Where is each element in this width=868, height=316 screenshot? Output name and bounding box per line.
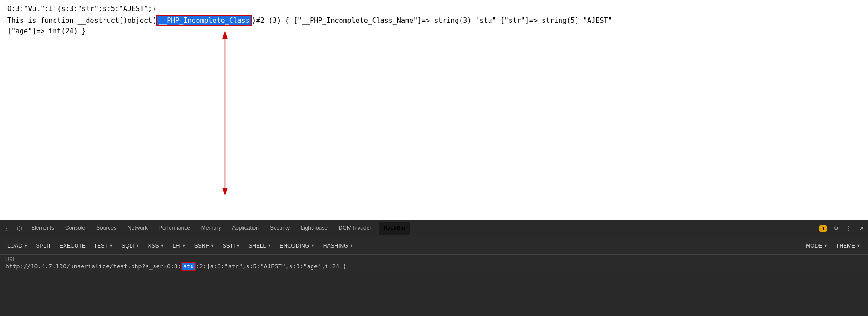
xss-caret: ▼ bbox=[160, 244, 165, 248]
sqli-button[interactable]: SQLI ▼ bbox=[118, 241, 143, 251]
svg-marker-1 bbox=[222, 188, 228, 197]
tab-security[interactable]: Security bbox=[264, 220, 295, 237]
ssrf-button[interactable]: SSRF ▼ bbox=[191, 241, 218, 251]
encoding-caret: ▼ bbox=[311, 244, 315, 248]
line2-suffix: )#2 (3) { ["__PHP_Incomplete_Class_Name"… bbox=[252, 17, 612, 25]
theme-button[interactable]: THEME ▼ bbox=[832, 241, 864, 251]
url-text[interactable]: http://10.4.7.130/unserialize/test.php?s… bbox=[5, 263, 863, 270]
close-icon[interactable]: ✕ bbox=[855, 225, 868, 232]
split-button[interactable]: SPLIT bbox=[33, 241, 55, 251]
xss-button[interactable]: XSS ▼ bbox=[144, 241, 168, 251]
incomplete-class-highlight: __PHP_Incomplete_Class bbox=[156, 15, 252, 26]
ssti-caret: ▼ bbox=[236, 244, 240, 248]
shell-caret: ▼ bbox=[267, 244, 271, 248]
notification-badge: 1 bbox=[819, 225, 827, 232]
url-prefix: http://10.4.7.130/unserialize/test.php?s… bbox=[5, 263, 181, 270]
hackbar-toolbar: LOAD ▼ SPLIT EXECUTE TEST ▼ SQLI ▼ XSS ▼… bbox=[0, 237, 868, 255]
line1-text: O:3:"Vul":1:{s:3:"str";s:5:"AJEST";} bbox=[7, 5, 861, 13]
devtools-panel: ⊡ ⬡ Elements Console Sources Network Per… bbox=[0, 220, 868, 316]
execute-button[interactable]: EXECUTE bbox=[56, 241, 89, 251]
theme-caret: ▼ bbox=[857, 244, 861, 248]
settings-icon[interactable]: ⚙ bbox=[830, 225, 842, 232]
tab-performance[interactable]: Performance bbox=[153, 220, 196, 237]
ssti-button[interactable]: SSTI ▼ bbox=[219, 241, 244, 251]
test-caret: ▼ bbox=[109, 244, 113, 248]
tab-network[interactable]: Network bbox=[122, 220, 153, 237]
more-options-icon[interactable]: ⋮ bbox=[842, 225, 855, 232]
url-section: URL http://10.4.7.130/unserialize/test.p… bbox=[0, 255, 868, 272]
devtools-cursor-icon[interactable]: ⊡ bbox=[0, 220, 13, 237]
lfi-caret: ▼ bbox=[182, 244, 186, 248]
hashing-button[interactable]: HASHING ▼ bbox=[319, 241, 357, 251]
tab-hackbar[interactable]: HackBar bbox=[379, 222, 410, 235]
load-caret: ▼ bbox=[24, 244, 28, 248]
line3-text: ["age"]=> int(24) } bbox=[7, 27, 86, 35]
devtools-device-icon[interactable]: ⬡ bbox=[13, 220, 26, 237]
line2-text: This is function __destruct()object(__PH… bbox=[7, 16, 861, 36]
tab-application[interactable]: Application bbox=[226, 220, 264, 237]
hashing-caret: ▼ bbox=[350, 244, 354, 248]
url-suffix: :2:{s:3:"str";s:5:"AJEST";s:3:"age";i:24… bbox=[196, 263, 346, 270]
tab-sources[interactable]: Sources bbox=[91, 220, 122, 237]
url-label: URL bbox=[5, 256, 863, 262]
encoding-button[interactable]: ENCODING ▼ bbox=[276, 241, 319, 251]
shell-button[interactable]: SHELL ▼ bbox=[245, 241, 275, 251]
devtools-tabs-bar: ⊡ ⬡ Elements Console Sources Network Per… bbox=[0, 220, 868, 237]
url-highlighted-part: stu bbox=[181, 262, 196, 271]
lfi-button[interactable]: LFI ▼ bbox=[169, 241, 189, 251]
tab-dom-invader[interactable]: DOM Invader bbox=[333, 220, 377, 237]
load-button[interactable]: LOAD ▼ bbox=[4, 241, 32, 251]
tab-memory[interactable]: Memory bbox=[196, 220, 226, 237]
test-button[interactable]: TEST ▼ bbox=[90, 241, 117, 251]
main-content: O:3:"Vul":1:{s:3:"str";s:5:"AJEST";} Thi… bbox=[0, 0, 868, 220]
mode-button[interactable]: MODE ▼ bbox=[802, 241, 831, 251]
tab-lighthouse[interactable]: Lighthouse bbox=[295, 220, 333, 237]
mode-caret: ▼ bbox=[824, 244, 828, 248]
line2-prefix: This is function __destruct()object( bbox=[7, 17, 156, 25]
tabs-right-section: 1 ⚙ ⋮ ✕ bbox=[819, 220, 868, 237]
tab-console[interactable]: Console bbox=[60, 220, 91, 237]
tab-elements[interactable]: Elements bbox=[26, 220, 60, 237]
ssrf-caret: ▼ bbox=[210, 244, 214, 248]
sqli-caret: ▼ bbox=[136, 244, 140, 248]
